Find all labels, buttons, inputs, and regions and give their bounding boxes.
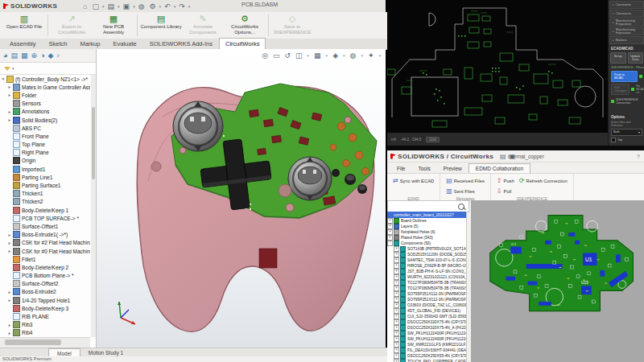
tree-item[interactable]: ▸ Folder [0, 91, 90, 99]
circuitworks-tree-item[interactable]: + Plated Holes (543) [387, 235, 466, 241]
dropdown-caret-icon[interactable]: ▾ [326, 53, 328, 58]
expander-icon[interactable]: + [394, 274, 399, 280]
circuitworks-tree-item[interactable]: + Layers (5) [387, 224, 466, 229]
circuitworks-tree-item[interactable]: + DSOCC250X320X75-4N (CRYSTAL14-SW [387, 319, 466, 325]
tree-item[interactable]: Sensors [0, 100, 90, 108]
zoom-fit-icon[interactable]: ◎ [262, 51, 268, 60]
expander-icon[interactable]: + [394, 280, 399, 286]
dropdown-caret-icon[interactable]: ▾ [343, 53, 345, 58]
commandmanager-tab[interactable]: CircuitWorks [219, 38, 266, 49]
command-button[interactable]: ⚙ CircuitWorks Options... [224, 12, 266, 39]
tree-item[interactable]: ▸ CSK for #2 Flat Head Machine Sc [0, 239, 90, 247]
circuitworks-tree-item[interactable]: + SW_KMR221GLFS (KMR221GLFS_SW_KR [387, 342, 466, 348]
expander-icon[interactable]: + [394, 308, 399, 314]
sidebar-section[interactable]: ▸ Manufacturing Preparation [609, 19, 644, 27]
tree-vertical-scrollbar[interactable] [91, 75, 96, 337]
section-view-icon[interactable]: ◫ [295, 51, 303, 60]
tree-item[interactable]: Right Plane [0, 149, 90, 157]
options-gear-icon[interactable]: ⚙ [148, 2, 158, 10]
expander-icon[interactable]: + [394, 257, 399, 263]
received-files-button[interactable]: ▤ Received Files [444, 175, 487, 186]
tree-item[interactable]: ▸ Boss-Extrude1( ->*) [0, 231, 90, 239]
circuitworks-tree-item[interactable]: + WURTH_62201021121 (CON10A_WURTH [387, 274, 466, 280]
menu-item[interactable]: Preview [437, 164, 469, 173]
sidebar-section[interactable]: ▸ Manufacturing Fabrication [609, 27, 644, 35]
circuitworks-tree-item[interactable]: + JST_B2B-PH-K-S-LF-SN (CON3_3_JST_B2B [387, 269, 466, 274]
grid-toggle[interactable]: Grid [426, 137, 440, 142]
zoom-area-icon[interactable]: ▭ [273, 51, 280, 60]
expander-icon[interactable]: + [394, 252, 399, 257]
expander-icon[interactable]: + [387, 224, 393, 229]
graphics-viewport[interactable]: ◎ ▾ ▭ ▾ ↺ ▾ ◫ ▾ ▦ ▾ ◈ ▾ ◍ [97, 49, 386, 348]
sidebar-section[interactable]: ▸ Constraints [609, 1, 644, 9]
open-document-icon[interactable]: ▤ [106, 2, 117, 10]
dimxpert-tab-icon[interactable]: ◆ [47, 51, 53, 60]
redo-icon[interactable]: ↷ [177, 2, 187, 10]
tree-item[interactable]: Thicken1 [0, 190, 90, 198]
display-style-icon[interactable]: ▦ [314, 51, 321, 60]
circuitworks-tree-item[interactable]: + Nonplated Holes (6) [387, 229, 466, 235]
expander-icon[interactable]: + [394, 302, 399, 308]
dropdown-caret-icon[interactable]: ▾ [361, 53, 363, 58]
displaymanager-tab-icon[interactable]: ◑ [40, 51, 44, 60]
expander-icon[interactable]: + [394, 353, 399, 359]
circuitworks-tree-item[interactable]: + SAMTEC_TSW-103-07-L-S (CON3_SAMTE [387, 257, 466, 263]
dropdown-caret-icon[interactable]: ▾ [118, 4, 120, 9]
propertymanager-tab-icon[interactable]: ▦ [21, 51, 28, 60]
dropdown-caret-icon[interactable]: ▾ [159, 4, 162, 9]
view-orientation-icon[interactable]: ◈ [332, 51, 338, 60]
tree-item[interactable]: Parting Surface1 [0, 181, 90, 189]
commandmanager-tab[interactable]: Markup [73, 38, 106, 49]
expander-icon[interactable]: + [394, 342, 399, 348]
sent-files-button[interactable]: ▥ Sent Files [444, 186, 487, 196]
tree-item[interactable]: PCB Bottom Plane-> * [0, 272, 90, 280]
expander-icon[interactable]: + [394, 291, 399, 297]
circuitworks-tree-item[interactable]: + SW_PKUH1122400R (PKUH1122400R_1_5 [387, 331, 466, 336]
expander-icon[interactable]: + [394, 348, 399, 353]
circuitworks-tree-item[interactable]: + Board Outlines [387, 218, 466, 224]
expander-icon[interactable]: + [394, 319, 399, 325]
expand-arrow-icon[interactable]: ▸ [6, 232, 13, 237]
checkbox-icon[interactable] [611, 138, 616, 142]
expander-icon[interactable]: + [394, 297, 399, 302]
expander-icon[interactable]: + [394, 331, 399, 336]
tree-item[interactable]: Surface-Offset2 [0, 280, 90, 288]
expander-icon[interactable]: + [394, 269, 399, 274]
command-button[interactable]: ▥ Open ECAD File [3, 12, 45, 39]
circuitworks-tree-item[interactable]: + TO127P380M504TB-3B (TRANSISTOR_ [387, 280, 466, 286]
commandmanager-tab[interactable]: SOLIDWORKS Add-Ins [143, 38, 219, 49]
tree-item[interactable]: ▸ Rib3 [0, 321, 90, 329]
controller-3d-model[interactable] [106, 60, 384, 343]
dropdown-caret-icon[interactable]: ▾ [102, 4, 105, 9]
home-icon[interactable]: ⌂ [81, 2, 89, 10]
tree-item[interactable]: PCB TOP SURFACE-> * [0, 214, 90, 222]
sidebar-section[interactable]: ▸ Clearances [609, 10, 644, 18]
tree-item[interactable]: ▸ CSK for #0 Flat Head Machine Sc [0, 247, 90, 255]
circuitworks-tree-item[interactable]: + SOD2515X1120N (DIODE_SOD2515X120N [387, 252, 466, 257]
dropdown-caret-icon[interactable]: ▾ [133, 4, 135, 9]
expand-arrow-icon[interactable]: ▸ [6, 109, 13, 114]
sidebar-section[interactable]: ▸ Markers [609, 36, 644, 44]
configurationmanager-tab-icon[interactable]: ⊕ [31, 51, 37, 60]
tree-item[interactable]: Front Plane [0, 132, 90, 140]
circuitworks-tree-item[interactable]: + SW_PKUH1122400R (PKUH1122400R_0_5 [387, 336, 466, 342]
expander-icon[interactable]: + [394, 314, 399, 319]
expander-icon[interactable]: + [394, 246, 399, 252]
tree-item[interactable]: ▸ Annotations [0, 108, 90, 116]
save-icon[interactable]: ▣ [122, 2, 132, 10]
circuitworks-tree-item[interactable]: - Components (50) [387, 241, 466, 246]
expand-arrow-icon[interactable]: ▸ [6, 331, 13, 335]
dropdown-caret-icon[interactable]: ▾ [188, 4, 191, 9]
expand-arrow-icon[interactable]: ▸ [6, 323, 13, 327]
expander-icon[interactable]: + [387, 218, 393, 224]
circuitworks-tree-item[interactable]: + FIL_DEA1SV330HT-934441 (DEA1G2295LT [387, 348, 466, 353]
dropdown-caret-icon[interactable]: ▾ [308, 53, 310, 58]
circuitworks-tree-tab-icon[interactable]: ◕ [3, 51, 7, 60]
hide-show-items-icon[interactable]: ◍ [350, 51, 357, 60]
circuitworks-tree-item[interactable]: + HIROSE_ZX62R-B-5P (MICRO-USB_5_HIR [387, 263, 466, 269]
tree-item[interactable]: Parting Line1 [0, 173, 90, 181]
circuitworks-tree-item[interactable]: + C03603 (DIODE_TAZ LC_C03603_ES3) [387, 302, 466, 308]
new-document-icon[interactable]: ▢ [91, 2, 101, 10]
push-button[interactable]: ⇧ Push [494, 175, 517, 186]
panel-overflow-icon[interactable]: › [56, 51, 59, 60]
